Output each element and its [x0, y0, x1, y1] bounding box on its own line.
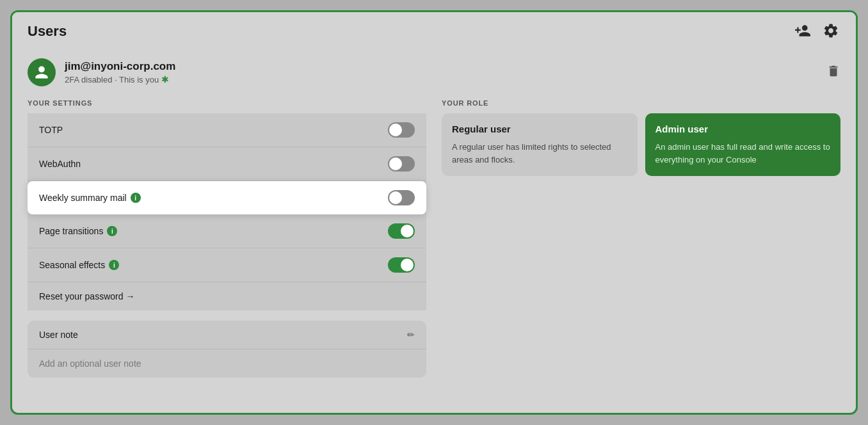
settings-row-webauthn: WebAuthn — [28, 147, 426, 181]
note-label: User note — [39, 330, 78, 340]
right-panel: YOUR ROLE Regular user A regular user ha… — [442, 99, 840, 378]
settings-icon[interactable] — [823, 22, 840, 40]
add-user-icon[interactable] — [794, 22, 812, 40]
weekly-mail-label: Weekly summary mail i — [39, 193, 141, 203]
main-window: Users jim@inyoni- — [10, 10, 858, 415]
delete-user-icon[interactable] — [826, 64, 840, 81]
avatar — [28, 58, 56, 86]
settings-row-seasonal-effects: Seasonal effects i — [28, 248, 426, 282]
regular-user-desc: A regular user has limited rights to sel… — [452, 141, 627, 166]
header: Users — [12, 12, 856, 51]
weekly-mail-info-icon[interactable]: i — [131, 193, 141, 203]
role-card-regular[interactable]: Regular user A regular user has limited … — [442, 113, 638, 176]
webauthn-label: WebAuthn — [39, 159, 81, 169]
page-transitions-toggle-knob — [401, 225, 414, 237]
role-section-label: YOUR ROLE — [442, 99, 840, 107]
webauthn-toggle-knob — [389, 157, 402, 170]
reset-password-link[interactable]: Reset your password → — [39, 291, 134, 301]
edit-note-icon[interactable]: ✏ — [407, 330, 415, 340]
user-info-left: jim@inyoni-corp.com 2FA disabled · This … — [28, 58, 175, 86]
role-cards: Regular user A regular user has limited … — [442, 113, 840, 176]
weekly-mail-toggle-knob — [389, 191, 402, 204]
user-email: jim@inyoni-corp.com — [65, 60, 175, 73]
webauthn-toggle[interactable] — [388, 156, 415, 172]
seasonal-effects-info-icon[interactable]: i — [109, 260, 119, 270]
main-content: YOUR SETTINGS TOTP WebAuthn — [12, 99, 856, 393]
settings-row-page-transitions: Page transitions i — [28, 214, 426, 248]
admin-user-title: Admin user — [655, 124, 831, 134]
settings-row-weekly-mail: Weekly summary mail i — [28, 181, 426, 214]
page-transitions-info-icon[interactable]: i — [107, 226, 117, 236]
left-panel: YOUR SETTINGS TOTP WebAuthn — [28, 99, 426, 378]
settings-row-totp: TOTP — [28, 113, 426, 147]
user-details: jim@inyoni-corp.com 2FA disabled · This … — [65, 60, 175, 84]
totp-toggle-knob — [389, 124, 402, 136]
user-note-card: User note ✏ Add an optional user note — [28, 321, 426, 378]
settings-row-reset-password[interactable]: Reset your password → — [28, 282, 426, 310]
star-icon: ✱ — [161, 74, 169, 84]
page-title: Users — [28, 23, 67, 40]
seasonal-effects-toggle-knob — [401, 259, 414, 271]
note-header: User note ✏ — [28, 321, 426, 349]
totp-toggle[interactable] — [388, 122, 415, 138]
user-meta: 2FA disabled · This is you ✱ — [65, 74, 175, 84]
header-actions — [794, 22, 840, 40]
seasonal-effects-label: Seasonal effects i — [39, 260, 119, 270]
admin-user-desc: An admin user has full read and write ac… — [655, 141, 831, 166]
settings-card: TOTP WebAuthn Weekly summary mail — [28, 113, 426, 310]
seasonal-effects-toggle[interactable] — [388, 257, 415, 273]
page-transitions-toggle[interactable] — [388, 223, 415, 239]
settings-section-label: YOUR SETTINGS — [28, 99, 426, 107]
regular-user-title: Regular user — [452, 124, 627, 134]
note-placeholder[interactable]: Add an optional user note — [28, 349, 426, 378]
weekly-mail-toggle[interactable] — [388, 190, 415, 205]
role-card-admin[interactable]: Admin user An admin user has full read a… — [645, 113, 841, 176]
page-transitions-label: Page transitions i — [39, 226, 117, 236]
totp-label: TOTP — [39, 125, 63, 135]
user-info-row: jim@inyoni-corp.com 2FA disabled · This … — [12, 51, 856, 99]
